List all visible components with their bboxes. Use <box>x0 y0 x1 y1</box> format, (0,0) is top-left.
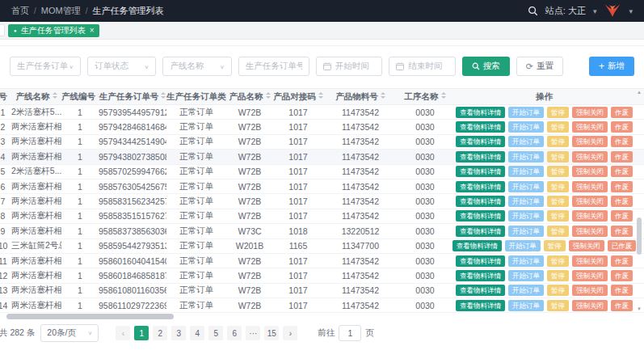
page-button[interactable]: 5 <box>208 326 223 340</box>
pause-button[interactable]: 暂停 <box>547 121 569 133</box>
sort-caret-icon[interactable] <box>266 92 271 99</box>
goto-page-input[interactable] <box>339 325 361 341</box>
void-button[interactable]: 作废 <box>611 181 633 192</box>
col-material-no[interactable]: 产品物料号 <box>323 91 398 103</box>
horizontal-scrollbar[interactable] <box>0 314 644 319</box>
phoenix-logo-icon[interactable] <box>604 3 621 19</box>
table-row[interactable]: 7 两米活塞杆相... 1 958583156234257... 正常订单 W7… <box>0 194 644 209</box>
void-button[interactable]: 作废 <box>611 270 633 281</box>
vertical-scroll-track[interactable] <box>636 95 642 306</box>
order-type-select[interactable]: 生产任务订单类型 ∨ <box>10 57 81 76</box>
view-material-button[interactable]: 查看物料详情 <box>456 255 505 267</box>
pause-button[interactable]: 暂停 <box>547 226 569 237</box>
table-row[interactable]: 4 两米活塞杆相... 1 957943802738508... 正常订单 W7… <box>0 150 644 164</box>
pause-button[interactable]: 暂停 <box>547 300 569 311</box>
sort-caret-icon[interactable] <box>161 92 166 99</box>
vertical-scroll-thumb[interactable] <box>637 217 642 255</box>
vertical-scrollbar[interactable]: ▲ ▼ <box>636 90 642 311</box>
page-button[interactable]: 3 <box>171 326 186 340</box>
pause-button[interactable]: 暂停 <box>547 151 569 163</box>
start-order-button[interactable]: 开始订单 <box>508 136 544 147</box>
order-status-select[interactable]: 订单状态 ∨ <box>87 57 156 76</box>
start-order-button[interactable]: 开始订单 <box>508 285 544 296</box>
col-order-no[interactable]: 生产任务订单号 <box>99 91 166 103</box>
sort-caret-icon[interactable] <box>53 92 57 99</box>
table-row[interactable]: 14 两米活塞杆相... 1 9586110297223693... 正常订单 … <box>0 298 644 313</box>
void-button[interactable]: 作废 <box>611 300 633 311</box>
view-material-button[interactable]: 查看物料详情 <box>456 210 505 222</box>
scroll-down-icon[interactable]: ▼ <box>637 306 642 311</box>
start-time-picker[interactable]: 开始时间 <box>316 57 383 76</box>
force-close-button[interactable]: 强制关闭 <box>572 270 608 281</box>
start-order-button[interactable]: 开始订单 <box>508 181 544 192</box>
sort-caret-icon[interactable] <box>318 92 323 99</box>
view-material-button[interactable]: 查看物料详情 <box>456 107 505 118</box>
pause-button[interactable]: 暂停 <box>547 107 569 118</box>
void-button[interactable]: 作废 <box>611 166 633 177</box>
void-button[interactable]: 作废 <box>611 151 633 163</box>
view-material-button[interactable]: 查看物料详情 <box>456 196 505 207</box>
view-material-button[interactable]: 查看物料详情 <box>452 240 502 251</box>
pause-button[interactable]: 暂停 <box>544 240 566 251</box>
start-order-button[interactable]: 开始订单 <box>508 151 544 163</box>
force-close-button[interactable]: 强制关闭 <box>572 136 608 147</box>
pause-button[interactable]: 暂停 <box>547 196 569 207</box>
table-row[interactable]: 13 两米活塞杆相... 1 9586108011603568... 正常订单 … <box>0 284 644 298</box>
page-button[interactable]: 6 <box>227 326 242 340</box>
view-material-button[interactable]: 查看物料详情 <box>456 166 505 177</box>
force-close-button[interactable]: 强制关闭 <box>572 151 608 163</box>
force-close-button[interactable]: 强制关闭 <box>572 121 608 133</box>
line-name-select[interactable]: 产线名称 ∨ <box>162 57 231 76</box>
view-material-button[interactable]: 查看物料详情 <box>456 226 505 237</box>
table-row[interactable]: 11 两米活塞杆相... 1 958601604041540... 正常订单 W… <box>0 254 644 268</box>
reset-button[interactable]: ⟳ 重置 <box>516 57 563 76</box>
col-product-name[interactable]: 产品名称 <box>226 91 273 103</box>
view-material-button[interactable]: 查看物料详情 <box>456 285 505 296</box>
void-button[interactable]: 已作废 <box>608 240 636 251</box>
page-button[interactable]: 15 <box>264 326 279 340</box>
search-button[interactable]: 搜索 <box>462 57 510 76</box>
col-line-name[interactable]: 产线名称 <box>11 91 61 103</box>
clipped-tab[interactable] <box>0 24 5 36</box>
pause-button[interactable]: 暂停 <box>547 285 569 296</box>
force-close-button[interactable]: 强制关闭 <box>572 166 608 177</box>
page-button[interactable]: 2 <box>153 326 167 340</box>
void-button[interactable]: 作废 <box>611 285 633 296</box>
page-size-select[interactable]: 20条/页 ∨ <box>40 324 99 342</box>
horizontal-scroll-thumb[interactable] <box>6 314 174 319</box>
start-order-button[interactable]: 开始订单 <box>508 300 544 311</box>
force-close-button[interactable]: 强制关闭 <box>572 181 608 192</box>
sort-caret-icon[interactable] <box>441 92 446 99</box>
force-close-button[interactable]: 强制关闭 <box>572 226 608 237</box>
force-close-button[interactable]: 强制关闭 <box>572 300 608 311</box>
table-row[interactable]: 5 2米活塞杆5... 1 958570259947662... 正常订单 W7… <box>0 165 644 179</box>
void-button[interactable]: 作废 <box>611 107 633 118</box>
pause-button[interactable]: 暂停 <box>547 255 569 267</box>
void-button[interactable]: 作废 <box>611 196 633 207</box>
start-order-button[interactable]: 开始订单 <box>508 196 544 207</box>
void-button[interactable]: 作废 <box>611 210 633 222</box>
view-material-button[interactable]: 查看物料详情 <box>456 121 505 133</box>
view-material-button[interactable]: 查看物料详情 <box>456 270 505 281</box>
start-order-button[interactable]: 开始订单 <box>508 255 544 267</box>
start-order-button[interactable]: 开始订单 <box>508 210 544 222</box>
page-button[interactable]: 4 <box>190 326 204 340</box>
prev-page-button[interactable]: ‹ <box>116 326 130 340</box>
site-selector[interactable]: 站点: 大正 <box>545 5 586 17</box>
pause-button[interactable]: 暂停 <box>547 181 569 192</box>
table-row[interactable]: 10 三米缸筒2号总 1 958595442793513... 正常订单 W20… <box>0 239 644 254</box>
start-order-button[interactable]: 开始订单 <box>508 226 544 237</box>
void-button[interactable]: 作废 <box>611 121 633 133</box>
col-process-name[interactable]: 工序名称 <box>398 91 452 103</box>
search-icon[interactable] <box>528 6 538 16</box>
table-row[interactable]: 8 两米活塞杆相... 1 958583515157627... 正常订单 W7… <box>0 209 644 224</box>
void-button[interactable]: 作废 <box>611 226 633 237</box>
pause-button[interactable]: 暂停 <box>547 270 569 281</box>
start-order-button[interactable]: 开始订单 <box>505 240 541 251</box>
pause-button[interactable]: 暂停 <box>547 210 569 222</box>
tab-production-task-list[interactable]: ● 生产任务管理列表 × <box>8 24 99 37</box>
view-material-button[interactable]: 查看物料详情 <box>456 136 505 147</box>
force-close-button[interactable]: 强制关闭 <box>572 285 608 296</box>
site-caret-down-icon[interactable]: ▾ <box>593 7 597 15</box>
page-ellipsis-button[interactable]: ··· <box>246 326 260 340</box>
